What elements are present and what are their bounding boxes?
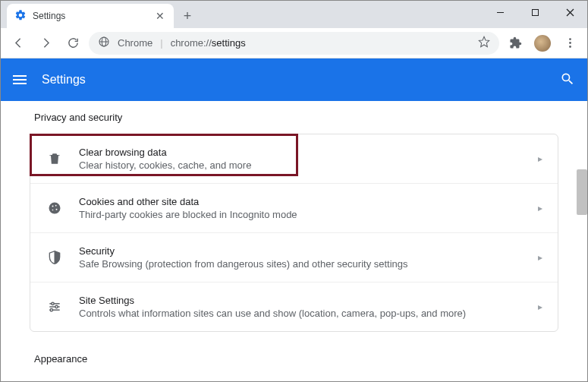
svg-point-14 (56, 209, 58, 210)
svg-point-15 (52, 210, 54, 211)
browser-tab[interactable]: Settings ✕ (7, 4, 174, 28)
maximize-button[interactable] (517, 1, 552, 24)
svg-point-19 (52, 302, 54, 305)
extensions-button[interactable] (504, 32, 527, 55)
tab-title: Settings (33, 11, 148, 21)
row-desc: Third-party cookies are blocked in Incog… (79, 209, 530, 220)
scrollbar-thumb[interactable] (577, 169, 587, 215)
row-clear-browsing-data[interactable]: Clear browsing data Clear history, cooki… (30, 134, 558, 183)
tab-close-button[interactable]: ✕ (154, 10, 166, 22)
chevron-right-icon: ▸ (538, 301, 542, 312)
page-title: Settings (42, 73, 86, 87)
gear-icon (14, 9, 27, 24)
omnibox-url: chrome://settings (171, 37, 246, 49)
row-cookies[interactable]: Cookies and other site data Third-party … (30, 183, 558, 232)
bookmark-star-icon[interactable] (478, 36, 490, 50)
content-area: Privacy and security Clear browsing data… (1, 101, 587, 381)
omnibox-scheme: Chrome (118, 37, 153, 49)
profile-avatar[interactable] (531, 32, 554, 55)
row-title: Security (79, 245, 530, 257)
trash-icon (46, 151, 64, 166)
forward-button[interactable] (34, 32, 57, 55)
row-title: Site Settings (79, 295, 530, 306)
section-appearance-label: Appearance (34, 353, 558, 365)
site-info-icon[interactable] (98, 36, 110, 50)
row-title: Clear browsing data (79, 147, 530, 158)
omnibox-divider: | (160, 37, 162, 49)
address-bar[interactable]: Chrome | chrome://settings (89, 32, 499, 55)
minimize-button[interactable] (483, 1, 517, 24)
titlebar: Settings ✕ + (1, 1, 587, 28)
chevron-right-icon: ▸ (538, 203, 542, 213)
privacy-card: Clear browsing data Clear history, cooki… (30, 134, 558, 332)
row-desc: Controls what information sites can use … (79, 308, 530, 319)
shield-icon (46, 250, 64, 265)
chevron-right-icon: ▸ (538, 153, 542, 164)
row-desc: Clear history, cookies, cache, and more (79, 159, 530, 171)
svg-point-9 (569, 42, 571, 44)
svg-point-21 (50, 309, 52, 311)
svg-marker-7 (479, 36, 489, 46)
svg-point-11 (49, 203, 61, 214)
svg-point-8 (569, 38, 571, 40)
row-desc: Safe Browsing (protection from dangerous… (79, 258, 530, 270)
search-settings-button[interactable] (560, 71, 575, 89)
svg-point-13 (55, 205, 57, 207)
back-button[interactable] (7, 32, 30, 55)
row-title: Cookies and other site data (79, 196, 530, 207)
close-window-button[interactable] (552, 1, 587, 24)
svg-point-10 (569, 46, 571, 48)
toolbar: Chrome | chrome://settings (1, 28, 587, 58)
settings-header: Settings (1, 58, 587, 101)
svg-rect-1 (532, 9, 538, 15)
svg-point-12 (52, 206, 54, 207)
menu-button[interactable] (13, 73, 27, 87)
window-controls (483, 1, 587, 24)
chrome-menu-button[interactable] (558, 32, 581, 55)
sliders-icon (46, 299, 64, 314)
section-privacy-label: Privacy and security (34, 112, 558, 123)
cookie-icon (46, 200, 64, 216)
svg-point-20 (55, 305, 58, 308)
chevron-right-icon: ▸ (538, 252, 542, 263)
new-tab-button[interactable]: + (177, 5, 198, 27)
row-site-settings[interactable]: Site Settings Controls what information … (30, 282, 558, 331)
row-security[interactable]: Security Safe Browsing (protection from … (30, 232, 558, 282)
reload-button[interactable] (61, 32, 84, 55)
